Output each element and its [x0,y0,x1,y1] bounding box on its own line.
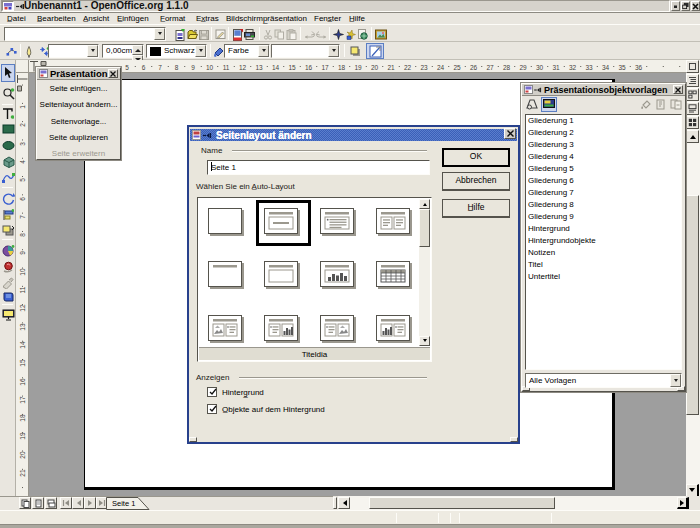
edit-points-icon[interactable] [5,45,17,58]
background-checkbox[interactable] [207,387,217,397]
master-mode-icon[interactable] [32,497,44,509]
navigator-icon[interactable] [332,28,344,41]
rectangle-icon[interactable] [1,122,15,137]
layout-scroll-down-icon[interactable] [419,336,430,346]
style-item[interactable]: Hintergrundobjekte [526,235,681,247]
menu-fenster[interactable]: Fens̲ter [314,13,341,24]
new-style-icon[interactable] [653,98,668,112]
layout-thumb-title-only[interactable] [208,261,242,287]
menu-format[interactable]: F̲ormat [160,13,185,24]
dialog-resize-grip-left[interactable] [189,437,197,442]
background-objects-checkbox[interactable] [207,404,217,414]
style-item[interactable]: Gliederung 1 [526,115,681,127]
style-item[interactable]: Gliederung 9 [526,211,681,223]
style-item[interactable]: Notizen [526,247,681,259]
layout-thumb-text-chart[interactable] [264,315,298,341]
object3d-icon[interactable] [1,154,15,169]
style-item[interactable]: Untertitel [526,271,681,283]
new-document-icon[interactable] [174,28,186,41]
layout-scrollbar-thumb[interactable] [419,209,430,247]
minimize-button[interactable] [671,1,680,11]
layout-thumb-title-box[interactable] [264,261,298,287]
dialog-titlebar[interactable]: Seitenlayout ändern [190,129,517,141]
zoom-icon[interactable] [1,86,15,101]
menu-bearbeiten[interactable]: B̲earbeiten [37,13,76,24]
style-item[interactable]: Gliederung 5 [526,163,681,175]
vertical-ruler[interactable]: 123456789101112131415161718192021 [16,73,29,496]
presentation-icon[interactable] [1,307,15,322]
arrange-icon[interactable] [1,223,15,238]
horizontal-scrollbar[interactable] [338,496,686,510]
interaction-icon[interactable] [1,259,15,274]
spin-up-button[interactable] [132,45,143,55]
layout-thumb-title-table[interactable] [376,261,410,287]
menu-ansicht[interactable]: A̲nsicht [83,13,109,24]
curve-icon[interactable] [1,170,15,185]
close-button[interactable] [691,1,700,11]
vertical-scrollbar-thumb[interactable] [686,195,699,415]
paste-icon[interactable] [285,28,297,41]
menu-bildschirmpraesentation[interactable]: Bildschirmp̲räsentation [226,13,307,24]
rotate-icon[interactable] [1,191,15,206]
slide-view-icon[interactable] [686,88,699,101]
scrollbar-splitter[interactable] [333,497,337,509]
tab-seite1[interactable]: Seite 1 [106,497,150,510]
scroll-left-button[interactable] [338,497,350,509]
text-icon[interactable] [1,106,15,121]
layout-thumb-blank[interactable] [208,208,242,234]
dialog-close-icon[interactable] [504,128,516,139]
duplicate-slide-item[interactable]: Seite duplizieren [37,130,120,146]
fill-color-combobox[interactable] [271,44,340,58]
line-style-combobox[interactable] [48,44,99,58]
layout-thumb-title-chart[interactable] [320,261,354,287]
area-style-icon[interactable] [212,45,224,58]
style-item[interactable]: Gliederung 8 [526,199,681,211]
style-item[interactable]: Hintergrund [526,223,681,235]
notes-view-icon[interactable] [686,102,699,115]
shadow-icon[interactable] [348,45,362,58]
style-filter-dropdown-button[interactable] [670,374,681,387]
url-combobox[interactable] [4,27,166,41]
slide-mode-icon[interactable] [19,497,31,509]
ellipse-icon[interactable] [1,138,15,153]
fill-color-dropdown-button[interactable] [328,45,339,57]
print-icon[interactable] [243,28,255,41]
layout-thumb-title-content[interactable] [320,208,354,234]
menu-extras[interactable]: Ex̲tras [196,13,219,24]
stylist-icon[interactable] [344,28,356,41]
align-icon[interactable] [1,207,15,222]
menu-datei[interactable]: D̲atei [7,13,26,24]
menu-hilfe[interactable]: H̲ilfe [349,13,365,24]
layout-thumb-clipart-text[interactable] [208,315,242,341]
scroll-right-button[interactable] [677,497,689,509]
outline-view-icon[interactable] [686,74,699,87]
layout-thumb-chart-text[interactable] [376,315,410,341]
gallery-icon[interactable] [374,28,387,41]
update-style-icon[interactable] [668,98,683,112]
help-button[interactable]: H̲ilfe [442,199,510,218]
layout-scrollbar[interactable] [419,199,430,346]
prev-page-icon[interactable] [72,497,84,509]
stylist-titlebar[interactable]: Präsentationsobjektvorlagen [522,84,685,96]
pen-icon[interactable] [23,45,35,58]
export-pdf-icon[interactable] [231,28,243,41]
ok-button[interactable]: OK [442,148,510,167]
controller3d-icon[interactable] [1,289,15,304]
save-icon[interactable] [198,28,210,41]
style-item[interactable]: Gliederung 6 [526,175,681,187]
layout-thumb-title-2content[interactable] [376,208,410,234]
line-width-field[interactable]: 0,00cm [102,44,144,58]
name-input[interactable]: Seite 1 [207,160,430,175]
line-width-spinner[interactable] [132,45,143,57]
url-dropdown-button[interactable] [154,28,165,40]
v-indent-markers[interactable] [16,73,29,93]
stylist-close-icon[interactable] [673,85,683,94]
layout-thumb-text-clipart[interactable] [320,315,354,341]
insert-slide-item[interactable]: Seite einfügen... [37,81,120,97]
graphic-styles-icon[interactable] [524,98,539,112]
cancel-button[interactable]: Abbrechen [442,172,510,191]
restore-button[interactable] [681,1,690,11]
style-item[interactable]: Gliederung 7 [526,187,681,199]
line-color-combobox[interactable]: Schwarz [146,44,207,58]
fill-style-dropdown-button[interactable] [258,45,269,57]
